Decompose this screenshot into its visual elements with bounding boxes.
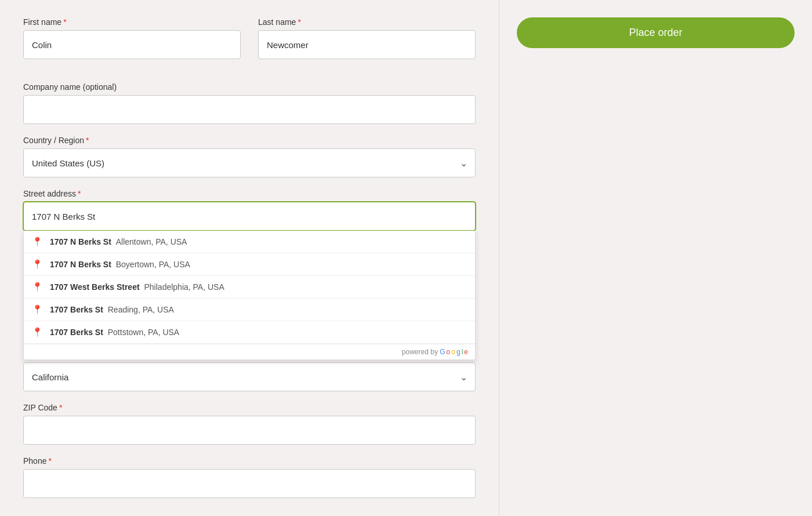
zip-required: * [59, 403, 62, 412]
autocomplete-item[interactable]: 📍 1707 Berks St Pottstown, PA, USA [24, 321, 475, 344]
pin-icon-4: 📍 [32, 304, 43, 315]
street-address-wrapper: 📍 1707 N Berks St Allentown, PA, USA 📍 1… [23, 202, 476, 231]
pin-icon-1: 📍 [32, 237, 43, 247]
autocomplete-item-text: 1707 Berks St Reading, PA, USA [50, 305, 174, 314]
autocomplete-item[interactable]: 📍 1707 N Berks St Boyertown, PA, USA [24, 253, 475, 276]
checkout-form: First name* Last name* Company name (opt… [0, 0, 499, 516]
first-name-group: First name* [23, 17, 241, 59]
autocomplete-item-text: 1707 West Berks Street Philadelphia, PA,… [50, 282, 224, 292]
pin-icon-5: 📍 [32, 327, 43, 337]
company-name-label: Company name (optional) [23, 82, 476, 92]
state-select[interactable]: California [23, 362, 476, 391]
street-address-label: Street address* [23, 189, 476, 198]
country-select-wrapper: United States (US) ⌄ [23, 148, 476, 177]
autocomplete-item-text: 1707 N Berks St Boyertown, PA, USA [50, 260, 190, 269]
autocomplete-item[interactable]: 📍 1707 N Berks St Allentown, PA, USA [24, 231, 475, 253]
company-name-group: Company name (optional) [23, 82, 476, 124]
pin-icon-3: 📍 [32, 282, 43, 292]
country-label: Country / Region* [23, 136, 476, 145]
powered-by: powered by Google [24, 344, 475, 359]
zip-code-group: ZIP Code* [23, 403, 476, 445]
phone-input[interactable] [23, 469, 476, 498]
name-row: First name* Last name* [23, 17, 476, 71]
google-logo: Google [440, 348, 468, 356]
autocomplete-item[interactable]: 📍 1707 West Berks Street Philadelphia, P… [24, 276, 475, 299]
zip-code-label: ZIP Code* [23, 403, 476, 412]
last-name-input[interactable] [258, 30, 476, 59]
zip-code-input[interactable] [23, 416, 476, 445]
phone-required: * [48, 456, 51, 466]
state-select-wrapper: California ⌄ [23, 362, 476, 391]
sidebar: Place order [499, 0, 812, 516]
pin-icon-2: 📍 [32, 259, 43, 270]
last-name-group: Last name* [258, 17, 476, 59]
company-name-input[interactable] [23, 95, 476, 124]
autocomplete-item-text: 1707 Berks St Pottstown, PA, USA [50, 328, 179, 337]
last-name-required: * [298, 17, 300, 27]
last-name-label: Last name* [258, 17, 476, 27]
phone-group: Phone* [23, 456, 476, 498]
country-group: Country / Region* United States (US) ⌄ [23, 136, 476, 177]
first-name-input[interactable] [23, 30, 241, 59]
first-name-required: * [63, 17, 66, 27]
country-select[interactable]: United States (US) [23, 148, 476, 177]
autocomplete-dropdown: 📍 1707 N Berks St Allentown, PA, USA 📍 1… [23, 231, 476, 360]
autocomplete-item-text: 1707 N Berks St Allentown, PA, USA [50, 237, 187, 246]
autocomplete-item[interactable]: 📍 1707 Berks St Reading, PA, USA [24, 299, 475, 321]
street-required: * [78, 189, 81, 198]
phone-label: Phone* [23, 456, 476, 466]
country-required: * [86, 136, 89, 145]
street-address-group: Street address* 📍 1707 N Berks St Allent… [23, 189, 476, 231]
place-order-button[interactable]: Place order [517, 17, 795, 48]
street-address-input[interactable] [23, 202, 476, 231]
first-name-label: First name* [23, 17, 241, 27]
